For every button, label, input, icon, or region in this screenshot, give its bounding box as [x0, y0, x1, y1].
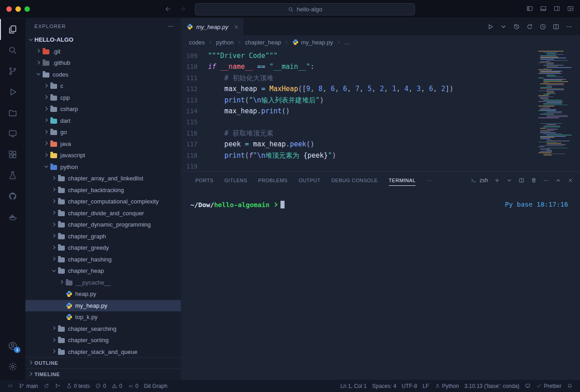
breadcrumb-item--[interactable]: ... [344, 39, 349, 46]
code-line-117[interactable]: 117 peek = max_heap.peek() [181, 139, 580, 150]
branch-status[interactable]: main [16, 380, 41, 392]
ports-status[interactable]: 0 [125, 380, 141, 392]
code-line-112[interactable]: 112 max_heap = MaxHeap([9, 8, 6, 6, 7, 5… [181, 83, 580, 94]
tree-item-chapter_graph[interactable]: chapter_graph [25, 231, 181, 242]
tree-item-.github[interactable]: .github [25, 57, 181, 69]
open-changes-button[interactable] [526, 23, 533, 30]
terminal-shell-selector[interactable]: zsh [470, 177, 488, 184]
panel-more-tabs-button[interactable]: ··· [421, 172, 438, 189]
errors-status[interactable]: 0 [92, 380, 109, 392]
tree-item-csharp[interactable]: csharp [25, 103, 181, 115]
breadcrumb-item-python[interactable]: python [216, 39, 234, 46]
close-panel-button[interactable] [567, 177, 574, 184]
run-python-file-button[interactable] [487, 23, 494, 30]
tree-item-c[interactable]: c [25, 80, 181, 92]
prettier-status[interactable]: Prettier [533, 380, 564, 392]
encoding-status[interactable]: UTF-8 [399, 380, 420, 392]
panel-tab-debug-console[interactable]: DEBUG CONSOLE [326, 172, 383, 189]
toggle-panel-button[interactable] [540, 5, 547, 12]
activity-testing[interactable] [0, 165, 25, 186]
panel-tab-gitlens[interactable]: GITLENS [219, 172, 253, 189]
sync-changes-status[interactable] [41, 380, 52, 392]
panel-tab-terminal[interactable]: TERMINAL [383, 172, 421, 189]
warnings-status[interactable]: 0 [109, 380, 125, 392]
code-line-116[interactable]: 116 # 获取堆顶元素 [181, 128, 580, 139]
code-editor[interactable]: 109"""Driver Code"""110if __name__ == "_… [181, 49, 580, 171]
tree-item-chapter_dynamic_programming[interactable]: chapter_dynamic_programming [25, 219, 181, 231]
tree-item-go[interactable]: go [25, 126, 181, 138]
python-interpreter-status[interactable]: 3.10.13 ('base': conda) [462, 380, 522, 392]
git-graph-view-status[interactable] [52, 380, 63, 392]
activity-accounts[interactable]: 1 [0, 335, 25, 356]
tree-item-chapter_hashing[interactable]: chapter_hashing [25, 254, 181, 266]
cursor-position-status[interactable]: Ln 1, Col 1 [338, 380, 369, 392]
tree-item-java[interactable]: java [25, 138, 181, 150]
split-editor-button[interactable] [552, 23, 560, 30]
toggle-secondary-sidebar-button[interactable] [553, 5, 561, 12]
tree-item-cpp[interactable]: cpp [25, 92, 181, 104]
run-profile-button[interactable] [539, 23, 546, 30]
breadcrumb-item-codes[interactable]: codes [189, 39, 205, 46]
tree-item-chapter_greedy[interactable]: chapter_greedy [25, 242, 181, 254]
go-back-button[interactable] [164, 5, 172, 13]
tree-item-javascript[interactable]: javascript [25, 150, 181, 161]
indentation-status[interactable]: Spaces: 4 [369, 380, 399, 392]
tree-item-chapter_backtracking[interactable]: chapter_backtracking [25, 184, 181, 196]
code-line-119[interactable]: 119 [181, 161, 580, 172]
close-window-button[interactable] [6, 6, 12, 12]
activity-docker[interactable] [0, 207, 25, 227]
code-line-118[interactable]: 118 print(f"\n堆顶元素为 {peek}") [181, 150, 580, 161]
tree-item-chapter_sorting[interactable]: chapter_sorting [25, 334, 181, 346]
activity-search[interactable] [0, 40, 25, 61]
tree-item-dart[interactable]: dart [25, 115, 181, 127]
go-forward-button[interactable] [179, 5, 186, 13]
outline-section[interactable]: OUTLINE [25, 357, 181, 368]
breadcrumb-item-my_heap-py[interactable]: my_heap.py [292, 39, 333, 46]
code-line-110[interactable]: 110if __name__ == "__main__": [181, 61, 580, 72]
new-terminal-button[interactable] [494, 177, 500, 184]
code-line-113[interactable]: 113 print("\n输入列表并建堆后") [181, 95, 580, 106]
timeline-section[interactable]: TIMELINE [25, 368, 181, 380]
terminal[interactable]: ~/Dow/hello-algo main Py base 18:17:16 [181, 189, 580, 380]
activity-source-control[interactable] [0, 61, 25, 82]
close-tab-button[interactable] [233, 24, 239, 30]
tests-status[interactable]: 0 tests [63, 380, 92, 392]
zoom-window-button[interactable] [24, 6, 30, 12]
breadcrumb-item-chapter_heap[interactable]: chapter_heap [245, 39, 281, 46]
eol-status[interactable]: LF [420, 380, 432, 392]
run-dropdown-button[interactable] [500, 23, 507, 30]
more-actions-button[interactable] [566, 23, 573, 30]
launch-profile-button[interactable] [506, 177, 512, 184]
activity-run-and-debug[interactable] [0, 82, 25, 102]
activity-project-manager[interactable] [0, 102, 25, 123]
code-line-115[interactable]: 115 [181, 116, 580, 127]
tree-item-chapter_divide_and_conquer[interactable]: chapter_divide_and_conquer [25, 208, 181, 219]
tree-item-__pycache__[interactable]: __pycache__ [25, 277, 181, 289]
kill-terminal-button[interactable] [531, 177, 537, 184]
panel-tab-problems[interactable]: PROBLEMS [253, 172, 293, 189]
maximize-panel-button[interactable] [555, 177, 561, 184]
remote-screen-status[interactable] [522, 380, 533, 392]
toggle-primary-sidebar-button[interactable] [526, 5, 533, 12]
activity-settings[interactable] [0, 356, 25, 377]
activity-github[interactable] [0, 186, 25, 207]
tree-item-top_k.py[interactable]: top_k.py [25, 311, 181, 323]
notifications-status[interactable] [564, 380, 575, 392]
tree-root[interactable]: HELLO-ALGO [25, 34, 181, 46]
split-terminal-button[interactable] [518, 177, 525, 184]
code-line-114[interactable]: 114 max_heap.print() [181, 106, 580, 116]
tab-my-heap-py[interactable]: my_heap.py [181, 18, 244, 35]
explorer-more-actions-button[interactable] [167, 23, 174, 30]
tree-item-my_heap.py[interactable]: my_heap.py [25, 300, 181, 312]
panel-tab-output[interactable]: OUTPUT [293, 172, 326, 189]
panel-tab-ports[interactable]: PORTS [190, 172, 219, 189]
tree-item-codes[interactable]: codes [25, 69, 181, 81]
git-graph-status[interactable]: Git Graph [141, 380, 170, 392]
tree-item-chapter_array_and_linkedlist[interactable]: chapter_array_and_linkedlist [25, 173, 181, 184]
tree-item-chapter_computational_complexity[interactable]: chapter_computational_complexity [25, 196, 181, 208]
customize-layout-button[interactable] [567, 5, 574, 12]
tree-item-chapter_heap[interactable]: chapter_heap [25, 265, 181, 277]
activity-extensions[interactable] [0, 144, 25, 165]
view-timeline-button[interactable] [513, 23, 520, 30]
command-center-search[interactable]: hello-algo [195, 3, 415, 15]
